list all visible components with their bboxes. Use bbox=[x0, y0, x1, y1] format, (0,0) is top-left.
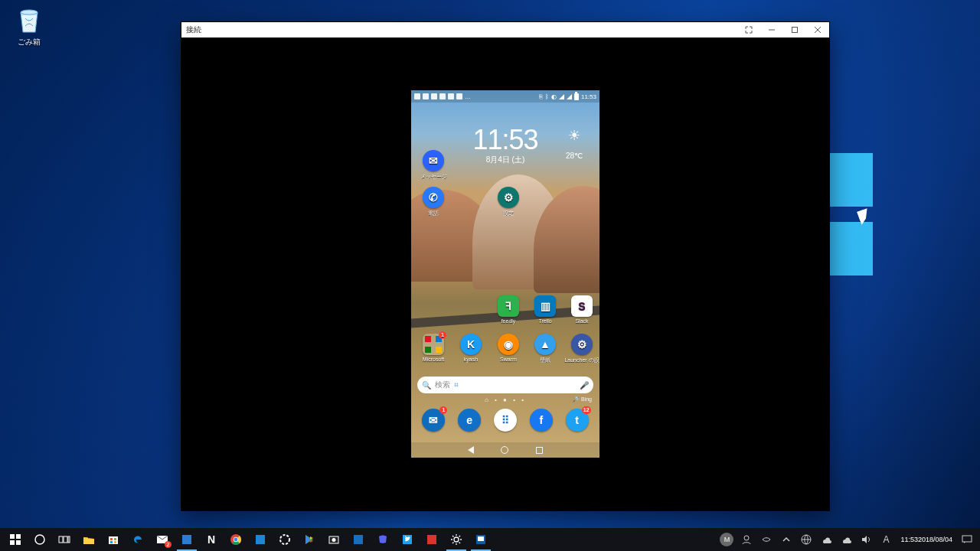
clock-time: 11:53 bbox=[900, 536, 918, 543]
taskbar-edge[interactable] bbox=[126, 528, 150, 551]
close-button[interactable] bbox=[806, 22, 829, 37]
cortana-search-button[interactable] bbox=[28, 528, 52, 551]
tray-onedrive-icon[interactable] bbox=[816, 528, 836, 551]
notification-icon bbox=[414, 93, 420, 99]
maximize-button[interactable] bbox=[783, 22, 806, 37]
taskbar-play-store[interactable] bbox=[297, 528, 322, 551]
fullscreen-button[interactable] bbox=[737, 22, 760, 37]
tray-nearby-share[interactable] bbox=[756, 528, 776, 551]
action-center-button[interactable] bbox=[957, 528, 977, 551]
mic-icon[interactable]: 🎤 bbox=[580, 381, 589, 390]
tray-ime-indicator[interactable]: A bbox=[876, 528, 896, 551]
svg-point-26 bbox=[332, 538, 336, 542]
svg-line-37 bbox=[452, 543, 454, 544]
taskbar-explorer[interactable] bbox=[77, 528, 101, 551]
app-trello[interactable]: ▥ Trello bbox=[528, 295, 563, 324]
svg-rect-5 bbox=[10, 540, 15, 545]
taskbar-connect-app[interactable] bbox=[469, 528, 493, 551]
app-kyash[interactable]: K kyash bbox=[453, 334, 488, 363]
recycle-bin-icon bbox=[16, 3, 42, 35]
svg-line-36 bbox=[459, 543, 461, 544]
search-bar[interactable]: 🔍 検索 ⌗ 🎤 bbox=[417, 377, 593, 393]
dock-facebook[interactable]: f bbox=[530, 409, 553, 432]
start-button[interactable] bbox=[3, 528, 28, 551]
svg-rect-3 bbox=[10, 534, 15, 539]
tray-onedrive-icon-2[interactable] bbox=[836, 528, 856, 551]
app-wallpaper[interactable]: ▲ 壁紙 bbox=[528, 334, 563, 363]
trello-icon: ▥ bbox=[534, 295, 556, 317]
phone-icon: ✆ bbox=[423, 187, 444, 208]
notification-badge: 1 bbox=[439, 406, 447, 414]
taskbar-twitter[interactable] bbox=[395, 528, 420, 551]
taskbar-store[interactable] bbox=[101, 528, 126, 551]
android-nav-bar bbox=[411, 442, 599, 458]
svg-point-24 bbox=[280, 535, 289, 544]
app-messages[interactable]: ✉ メッセージ bbox=[416, 150, 451, 179]
svg-rect-43 bbox=[962, 536, 972, 542]
taskbar-camera[interactable] bbox=[322, 528, 346, 551]
bluetooth-icon: ᛒ bbox=[545, 93, 549, 100]
app-slack[interactable]: S Slack bbox=[564, 295, 599, 324]
app-label: Trello bbox=[528, 318, 563, 324]
svg-point-41 bbox=[744, 536, 749, 540]
tray-people[interactable] bbox=[737, 528, 756, 551]
dock-app-drawer[interactable]: ⠿ bbox=[494, 409, 517, 432]
system-tray: M A 11:53 2018/08/04 bbox=[717, 528, 977, 551]
taskbar-app-blue2[interactable] bbox=[273, 528, 297, 551]
tray-expand-chevron[interactable] bbox=[776, 528, 796, 551]
taskbar-mail[interactable]: 2 bbox=[150, 528, 175, 551]
tray-clock[interactable]: 11:53 2018/08/04 bbox=[896, 528, 957, 551]
messages-icon: ✉ bbox=[423, 150, 444, 171]
app-label: メッセージ bbox=[416, 173, 451, 179]
app-settings[interactable]: ⚙ 設定 bbox=[491, 187, 526, 216]
taskbar-settings[interactable] bbox=[444, 528, 469, 551]
minimize-button[interactable] bbox=[760, 22, 783, 37]
app-swarm[interactable]: ◉ Swarm bbox=[491, 334, 526, 363]
nav-back-button[interactable] bbox=[468, 446, 474, 454]
twitter-icon: t bbox=[575, 414, 579, 426]
app-label: Microsoft bbox=[416, 357, 451, 363]
dock-twitter[interactable]: t 12 bbox=[566, 409, 589, 432]
android-status-bar[interactable]: … ⎘ ᛒ ◐ 11:53 bbox=[411, 90, 599, 103]
tray-network-icon[interactable] bbox=[796, 528, 816, 551]
taskbar-app-blue3[interactable] bbox=[346, 528, 371, 551]
taskbar-chrome[interactable] bbox=[224, 528, 248, 551]
svg-rect-17 bbox=[182, 535, 191, 544]
avatar-icon: M bbox=[720, 533, 733, 546]
app-launcher-settings[interactable]: ⚙ Launcher の設定 bbox=[564, 334, 599, 363]
taskbar-app-red[interactable] bbox=[420, 528, 444, 551]
app-phone[interactable]: ✆ 電話 bbox=[416, 187, 451, 216]
app-label: 壁紙 bbox=[528, 357, 563, 363]
windows-desktop[interactable]: ごみ箱 接続 bbox=[0, 0, 980, 551]
svg-rect-13 bbox=[114, 538, 116, 540]
window-title: 接続 bbox=[186, 24, 201, 35]
tray-user-avatar[interactable]: M bbox=[717, 528, 737, 551]
folder-microsoft[interactable]: 1 Microsoft bbox=[416, 334, 451, 363]
cast-icon: ⎘ bbox=[539, 93, 543, 100]
nav-recent-button[interactable] bbox=[536, 447, 543, 454]
search-placeholder: 検索 bbox=[435, 380, 450, 390]
app-feedly[interactable]: ꟻ feedly bbox=[491, 295, 526, 324]
nav-home-button[interactable] bbox=[501, 446, 508, 454]
tray-volume-icon[interactable] bbox=[856, 528, 876, 551]
app-label: feedly bbox=[491, 318, 526, 324]
dock-outlook[interactable]: ✉ 1 bbox=[422, 409, 445, 432]
svg-rect-15 bbox=[114, 541, 116, 543]
window-titlebar[interactable]: 接続 bbox=[181, 22, 829, 37]
svg-rect-9 bbox=[64, 536, 67, 543]
recycle-bin-label: ごみ箱 bbox=[18, 37, 41, 46]
folder-badge: 1 bbox=[439, 331, 446, 339]
taskbar-app-blue1[interactable] bbox=[248, 528, 273, 551]
dock-edge[interactable]: e bbox=[458, 409, 481, 432]
outlook-icon: ✉ bbox=[429, 414, 438, 426]
weather-widget[interactable]: ☀ 28℃ bbox=[566, 127, 583, 160]
recycle-bin-desktop-icon[interactable]: ごみ箱 bbox=[6, 3, 52, 47]
mirrored-phone-screen[interactable]: … ⎘ ᛒ ◐ 11:53 11:53 8月4日 (土) bbox=[411, 90, 599, 458]
svg-point-30 bbox=[454, 537, 459, 542]
task-view-button[interactable] bbox=[52, 528, 77, 551]
taskbar-notion[interactable]: N bbox=[199, 528, 224, 551]
qr-scan-icon[interactable]: ⌗ bbox=[454, 380, 459, 390]
taskbar-app-generic[interactable] bbox=[175, 528, 199, 551]
slack-icon: S bbox=[571, 295, 593, 317]
taskbar-discord[interactable] bbox=[371, 528, 395, 551]
